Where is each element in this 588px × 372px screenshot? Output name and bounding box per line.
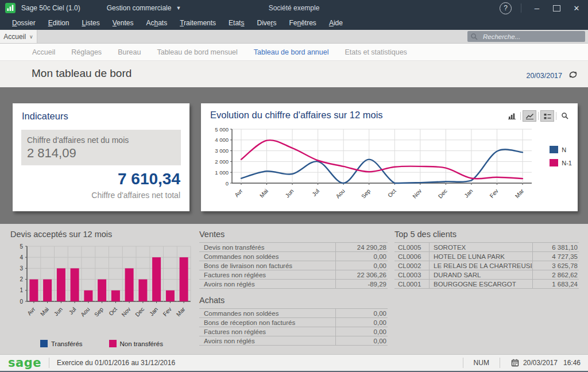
line-chart-legend: NN-1 [550, 146, 572, 166]
svg-text:3: 3 [20, 265, 23, 272]
status-time: 16:46 [563, 359, 581, 367]
line-chart-svg: 01 0002 0003 0004 0005 000AvrMaiJunJulAo… [206, 126, 536, 211]
total-revenue-value: 7 610,34 [118, 170, 180, 188]
menu-divers[interactable]: Divers [250, 19, 283, 27]
minimize-button[interactable]: – [527, 2, 547, 14]
tab-bureau[interactable]: Bureau [110, 48, 149, 56]
monthly-revenue-value: 2 814,09 [27, 146, 181, 161]
tab-reglages[interactable]: Réglages [63, 48, 110, 56]
home-button[interactable]: Accueil ∨ [0, 30, 37, 43]
help-button[interactable]: ? [500, 2, 512, 14]
tab-etats-et-statistiques[interactable]: Etats et statistiques [336, 48, 415, 56]
menu-aide[interactable]: Aide [323, 19, 349, 27]
status-date: 20/03/2017 [523, 359, 558, 367]
svg-text:0: 0 [20, 299, 23, 305]
divider [49, 358, 49, 368]
svg-text:Nov: Nov [411, 188, 423, 200]
menu-ventes[interactable]: Ventes [106, 19, 140, 27]
divider [556, 112, 556, 120]
menu-traitements[interactable]: Traitements [173, 19, 222, 27]
home-button-label: Accueil [3, 33, 26, 41]
row-value: -89,29 [336, 281, 388, 288]
svg-text:Dec: Dec [134, 306, 145, 318]
legend-label: N [562, 146, 566, 153]
row-label: Bons de réception non facturés [199, 319, 336, 326]
divider [429, 242, 430, 289]
row-label: Factures non réglées [199, 328, 336, 335]
svg-text:Dec: Dec [437, 188, 448, 200]
legend-label: N-1 [562, 160, 572, 166]
legend-transferes: Transférés [40, 340, 83, 347]
zoom-icon[interactable] [558, 110, 572, 122]
tab-tableau-de-bord-annuel[interactable]: Tableau de bord annuel [246, 48, 337, 56]
table-row: Avoirs non réglés0,00 [199, 336, 388, 346]
search-input[interactable] [482, 33, 579, 41]
row-label: Factures non réglées [199, 272, 336, 278]
row-value: 0,00 [336, 262, 388, 269]
divider [335, 242, 336, 289]
module-selector[interactable]: Gestion commerciale ▼ [107, 4, 181, 12]
sage-logo: sage [8, 356, 41, 370]
client-code: CL0003 [394, 272, 429, 278]
svg-text:2: 2 [20, 276, 23, 282]
svg-text:Fev: Fev [162, 306, 173, 317]
row-value: 0,00 [336, 319, 388, 326]
tab-accueil[interactable]: Accueil [24, 48, 63, 56]
menu-dossier[interactable]: Dossier [6, 19, 42, 27]
legend-swatch [550, 159, 558, 166]
legend-swatch [40, 340, 48, 347]
svg-text:Aou: Aou [79, 306, 91, 318]
legend-toggle-button[interactable] [540, 110, 554, 122]
legend-swatch [109, 340, 117, 347]
close-button[interactable]: ✕ [566, 4, 587, 13]
menu-listes[interactable]: Listes [75, 19, 106, 27]
row-label: Devis non transférés [199, 244, 336, 251]
svg-text:Oct: Oct [107, 306, 118, 317]
svg-text:Jul: Jul [68, 306, 78, 316]
divider [532, 242, 533, 289]
bar-chart-view-button[interactable] [505, 110, 519, 122]
window-controls: ? – ✕ [500, 0, 588, 16]
toolbar: Accueil ∨ [0, 30, 588, 44]
tab-tableau-de-bord-mensuel[interactable]: Tableau de bord mensuel [149, 48, 245, 56]
row-value: 22 306,26 [336, 272, 388, 278]
svg-text:Jun: Jun [53, 306, 64, 317]
menu-achats[interactable]: Achats [140, 19, 173, 27]
chart-toolbar [505, 110, 572, 122]
indicators-title: Indicateurs [22, 111, 68, 122]
sales-table: Devis non transférés24 290,28Commandes n… [199, 242, 388, 289]
legend-n: N [550, 146, 572, 153]
client-name: BOURGOGNE ESCARGOT [429, 281, 532, 288]
page-header: Mon tableau de bord 20/03/2017 [0, 61, 588, 87]
table-row: Bons de livraison non facturés0,00 [199, 261, 388, 270]
top-clients-title: Top 5 des clients [394, 230, 579, 239]
search-box[interactable] [467, 31, 585, 42]
client-amount: 4 727,35 [532, 253, 579, 260]
table-row: CL0006HOTEL DE LUNA PARK4 727,35 [394, 251, 579, 261]
table-row: Avoirs non réglés-89,29 [199, 279, 388, 289]
table-row: Factures non réglées0,00 [199, 327, 388, 336]
module-label: Gestion commerciale [107, 4, 172, 12]
svg-text:4: 4 [20, 254, 23, 261]
maximize-button[interactable] [547, 5, 566, 11]
svg-text:Fev: Fev [489, 188, 500, 199]
menu-etats[interactable]: Etats [222, 19, 250, 27]
menu-fenetres[interactable]: Fenêtres [283, 19, 322, 27]
refresh-icon[interactable] [568, 70, 578, 82]
dashboard-date[interactable]: 20/03/2017 [526, 72, 562, 80]
line-chart-view-button[interactable] [523, 110, 536, 122]
divider [538, 112, 539, 120]
row-value: 24 290,28 [336, 244, 388, 251]
divider [500, 358, 500, 368]
row-value: 0,00 [336, 338, 388, 344]
app-title: Sage 50c Ciel (1.0) [21, 4, 80, 12]
row-value: 0,00 [336, 310, 388, 317]
menu-edition[interactable]: Edition [42, 19, 76, 27]
bar-chart-legend: TransférésNon transférés [40, 340, 195, 347]
bar-chart-svg: 012345AvrMaiJunJulAouSepOctNovDecJanFevM… [11, 242, 194, 336]
table-row: CL0002LE RELAIS DE LA CHARTREUSE3 625,78 [394, 261, 579, 270]
legend-swatch [550, 146, 558, 153]
dashboard-bottom-section: Devis acceptés sur 12 mois 012345AvrMaiJ… [0, 224, 588, 354]
top-clients-panel: Top 5 des clients CL0005SOROTEX6 381,10C… [394, 230, 579, 289]
bar-chart-title: Devis acceptés sur 12 mois [10, 230, 195, 239]
